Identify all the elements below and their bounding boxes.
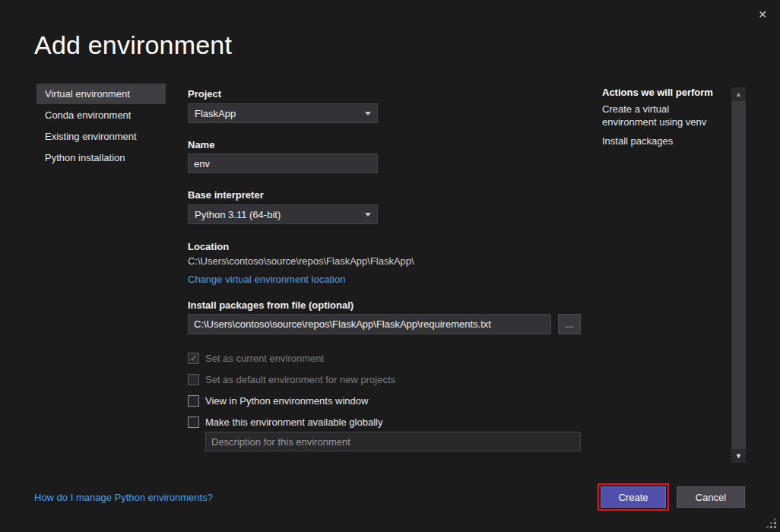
checkbox-set-default-environment[interactable]: ✓ Set as default environment for new pro… [188, 374, 395, 385]
description-input[interactable] [205, 432, 581, 451]
sidebar-item-label: Existing environment [45, 131, 137, 142]
action-item: Install packages [602, 135, 722, 148]
vertical-scrollbar[interactable]: ▲ ▼ [731, 87, 746, 463]
checkbox-label: Set as current environment [205, 353, 324, 364]
dialog-title: Add environment [34, 30, 232, 60]
sidebar-item-conda-environment[interactable]: Conda environment [36, 105, 166, 125]
checkbox-icon: ✓ [188, 395, 199, 407]
manage-environments-help-link[interactable]: How do I manage Python environments? [34, 492, 213, 503]
name-input[interactable] [188, 154, 378, 173]
create-button-highlight: Create [598, 483, 669, 511]
checkbox-label: Set as default environment for new proje… [205, 374, 395, 385]
add-environment-dialog: ✕ Add environment Virtual environment Co… [0, 0, 780, 532]
scrollbar-thumb[interactable] [731, 101, 746, 449]
sidebar-item-label: Virtual environment [45, 88, 130, 100]
project-dropdown[interactable]: FlaskApp [188, 103, 378, 123]
actions-panel-title: Actions we will perform [602, 87, 722, 98]
checkbox-set-current-environment[interactable]: ✓ Set as current environment [188, 353, 324, 364]
checkbox-icon: ✓ [188, 374, 199, 385]
change-location-link[interactable]: Change virtual environment location [188, 274, 345, 285]
sidebar-item-virtual-environment[interactable]: Virtual environment [36, 84, 166, 104]
base-interpreter-dropdown-value: Python 3.11 (64-bit) [195, 209, 281, 220]
checkbox-available-globally[interactable]: ✓ Make this environment available global… [188, 416, 382, 428]
requirements-file-input[interactable] [188, 314, 551, 334]
project-label: Project [188, 88, 221, 100]
base-interpreter-dropdown[interactable]: Python 3.11 (64-bit) [188, 204, 378, 224]
checkbox-view-environments-window[interactable]: ✓ View in Python environments window [188, 395, 368, 407]
close-button[interactable]: ✕ [753, 6, 772, 23]
scroll-up-icon[interactable]: ▲ [731, 87, 746, 101]
base-interpreter-label: Base interpreter [188, 189, 264, 201]
chevron-down-icon [365, 112, 371, 116]
checkbox-label: Make this environment available globally [205, 416, 382, 428]
browse-button[interactable]: ... [558, 314, 581, 334]
checkbox-icon: ✓ [188, 353, 199, 364]
sidebar: Virtual environment Conda environment Ex… [36, 84, 166, 169]
action-item: Create a virtual environment using venv [602, 103, 722, 129]
sidebar-item-label: Python installation [45, 152, 125, 163]
location-value: C:\Users\contoso\source\repos\FlaskApp\F… [188, 255, 414, 267]
name-label: Name [188, 139, 214, 150]
checkbox-icon: ✓ [188, 416, 199, 428]
resize-grip-icon[interactable] [766, 518, 776, 528]
scroll-down-icon[interactable]: ▼ [731, 449, 746, 463]
project-dropdown-value: FlaskApp [195, 108, 236, 119]
sidebar-item-existing-environment[interactable]: Existing environment [36, 126, 166, 147]
actions-panel: Actions we will perform Create a virtual… [602, 87, 722, 154]
checkbox-label: View in Python environments window [205, 395, 368, 407]
cancel-button[interactable]: Cancel [677, 486, 745, 508]
sidebar-item-python-installation[interactable]: Python installation [36, 147, 166, 168]
close-icon: ✕ [758, 8, 767, 21]
sidebar-item-label: Conda environment [45, 109, 131, 121]
location-label: Location [188, 241, 229, 252]
install-packages-label: Install packages from file (optional) [188, 299, 354, 311]
create-button[interactable]: Create [601, 486, 666, 508]
chevron-down-icon [365, 213, 371, 217]
